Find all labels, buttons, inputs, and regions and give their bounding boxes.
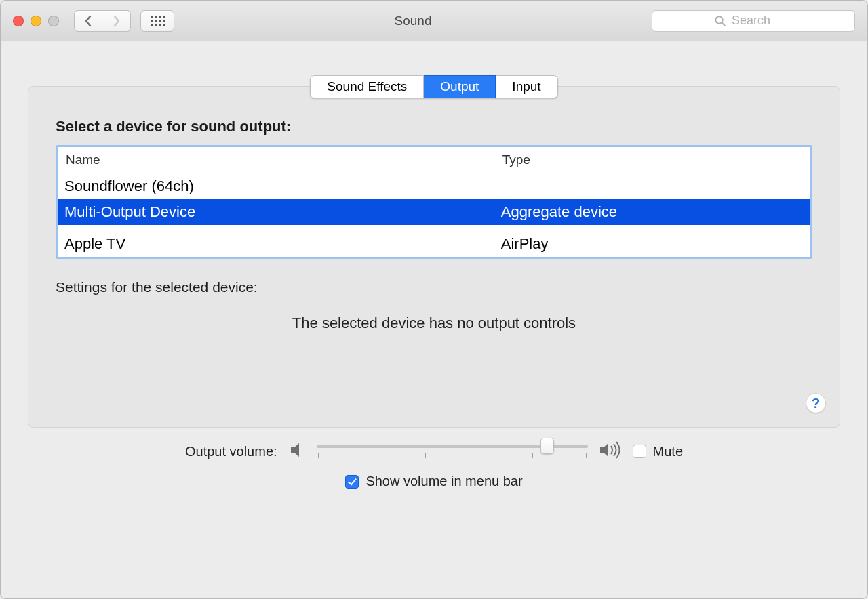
tab-sound-effects[interactable]: Sound Effects (310, 75, 424, 98)
titlebar: Sound (1, 1, 867, 41)
table-header: Name Type (58, 147, 810, 173)
svg-line-1 (722, 22, 726, 26)
slider-thumb[interactable] (540, 438, 554, 454)
show-volume-menubar-label: Show volume in menu bar (366, 474, 522, 489)
mute-label: Mute (653, 444, 683, 459)
search-input[interactable] (732, 14, 793, 28)
device-type (494, 173, 810, 199)
content-area: Sound Effects Output Input Select a devi… (1, 41, 867, 598)
speaker-mute-icon (288, 441, 306, 461)
forward-button (102, 10, 131, 32)
tab-output[interactable]: Output (424, 75, 496, 98)
zoom-window-button (48, 16, 59, 26)
tabbar: Sound Effects Output Input (28, 75, 840, 98)
device-table[interactable]: Name Type Soundflower (64ch)Multi-Output… (56, 145, 812, 259)
footer: Output volume: Mute S (28, 428, 840, 489)
output-volume-label: Output volume: (185, 444, 277, 459)
device-type: Aggregate device (494, 199, 810, 225)
column-header-name[interactable]: Name (58, 147, 494, 173)
device-row[interactable]: Apple TVAirPlay (58, 231, 810, 257)
window-title: Sound (174, 14, 652, 28)
select-device-heading: Select a device for sound output: (56, 118, 812, 136)
output-panel: Select a device for sound output: Name T… (28, 86, 840, 428)
mute-checkbox[interactable] (633, 445, 646, 458)
close-window-button[interactable] (13, 16, 24, 26)
sound-preferences-window: Sound Sound Effects Output Input Select … (0, 0, 868, 599)
chevron-left-icon (84, 15, 92, 27)
speaker-loud-icon (599, 441, 622, 461)
back-button[interactable] (74, 10, 102, 32)
device-row[interactable]: Soundflower (64ch) (58, 173, 810, 199)
search-field[interactable] (652, 10, 855, 32)
tab-input[interactable]: Input (496, 75, 557, 98)
device-name: Apple TV (58, 231, 494, 257)
settings-heading: Settings for the selected device: (56, 279, 812, 295)
no-output-controls-message: The selected device has no output contro… (56, 314, 812, 332)
nav-buttons (74, 10, 131, 32)
device-name: Multi-Output Device (58, 199, 494, 225)
traffic-lights (13, 16, 59, 26)
device-type: AirPlay (494, 231, 810, 257)
minimize-window-button[interactable] (31, 16, 41, 26)
device-name: Soundflower (64ch) (58, 173, 494, 199)
output-volume-slider[interactable] (317, 445, 588, 458)
show-volume-menubar-checkbox[interactable] (345, 475, 359, 489)
chevron-right-icon (113, 15, 121, 27)
help-button[interactable]: ? (806, 393, 826, 413)
column-header-type[interactable]: Type (494, 147, 810, 173)
show-all-button[interactable] (140, 10, 174, 32)
device-row[interactable]: Multi-Output DeviceAggregate device (58, 199, 810, 225)
grid-icon (151, 16, 165, 26)
search-icon (714, 15, 726, 27)
